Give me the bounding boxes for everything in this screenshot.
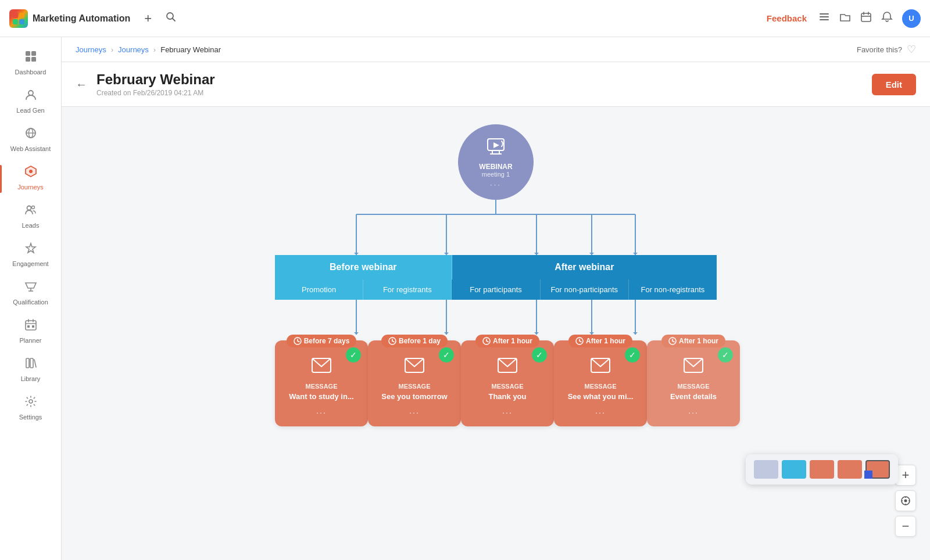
card-timing-label-1: Before 7 days — [304, 337, 350, 345]
journey-card-5[interactable]: ✓ MESSAGE Event details ··· — [647, 340, 740, 426]
card-mail-icon-2 — [404, 357, 425, 378]
sidebar-item-leadgen[interactable]: Lead Gen — [0, 82, 61, 120]
thumb-2 — [782, 460, 806, 479]
card-mail-icon-3 — [497, 357, 518, 378]
webinar-node-dots: ··· — [490, 180, 502, 189]
svg-rect-35 — [30, 358, 33, 368]
breadcrumb-sep-2: › — [153, 45, 156, 54]
journey-card-1[interactable]: ✓ MESSAGE Want to study in... ··· — [275, 340, 368, 426]
webinar-node-label1: WEBINAR — [479, 163, 512, 171]
thumb-3 — [810, 460, 834, 479]
svg-rect-3 — [19, 19, 24, 24]
card-mail-icon-4 — [590, 357, 611, 378]
sidebar-item-dashboard-label: Dashboard — [15, 69, 46, 76]
journey-card-4[interactable]: ✓ MESSAGE See what you mi... ··· — [554, 340, 647, 426]
sidebar-item-library[interactable]: Library — [0, 351, 61, 388]
bell-icon[interactable] — [881, 11, 893, 26]
card-check-5: ✓ — [718, 347, 733, 362]
favorite-area: Favorite this? ♡ — [857, 43, 916, 56]
sidebar-item-qualification[interactable]: Qualification — [0, 274, 61, 311]
thumb-1 — [754, 460, 778, 479]
svg-point-36 — [29, 400, 33, 403]
search-button[interactable] — [163, 9, 178, 27]
favorite-heart-icon[interactable]: ♡ — [907, 43, 916, 56]
user-avatar[interactable]: U — [902, 9, 921, 28]
topbar-right: Feedback — [767, 9, 921, 28]
edit-button[interactable]: Edit — [872, 74, 916, 95]
clock-icon-4 — [575, 337, 584, 345]
topbar-right-icons: U — [818, 9, 921, 28]
journey-card-2[interactable]: ✓ MESSAGE See you tomorrow ··· — [368, 340, 461, 426]
clock-icon-5 — [668, 337, 677, 345]
active-indicator — [0, 165, 2, 193]
zoom-reset-button[interactable] — [895, 490, 916, 511]
svg-rect-1 — [19, 13, 24, 18]
card-mail-icon-1 — [311, 357, 332, 378]
qualification-icon — [24, 280, 37, 296]
card-type-4: MESSAGE — [584, 383, 616, 390]
sidebar-item-dashboard[interactable]: Dashboard — [0, 44, 61, 81]
card-timing-label-5: After 1 hour — [679, 337, 718, 345]
card-wrapper-2: Before 1 day ✓ MESSAGE See you tomorrow — [368, 335, 461, 426]
zoom-in-button[interactable]: + — [895, 465, 916, 486]
back-button[interactable]: ← — [76, 78, 87, 91]
calendar-icon[interactable] — [860, 11, 872, 26]
svg-rect-8 — [820, 19, 829, 20]
svg-rect-32 — [27, 325, 30, 328]
col-sub-nonparticipants: For non-participants — [541, 279, 629, 300]
columns-header-row: Before webinar After webinar — [275, 255, 717, 279]
svg-rect-28 — [26, 321, 36, 330]
svg-rect-7 — [820, 16, 829, 17]
list-icon[interactable] — [818, 11, 830, 26]
page-header-left: ← February Webinar Created on Feb/26/201… — [76, 71, 215, 97]
sidebar-item-engagement[interactable]: Engagement — [0, 236, 61, 273]
sidebar-item-settings[interactable]: Settings — [0, 389, 61, 426]
svg-rect-2 — [13, 19, 18, 24]
columns-sub-row: Promotion For registrants For participan… — [275, 279, 717, 300]
card-type-5: MESSAGE — [677, 383, 709, 390]
card-wrapper-1: Before 7 days ✓ MESSAGE Want to study in… — [275, 335, 368, 426]
add-button[interactable]: + — [142, 9, 154, 28]
planner-icon — [24, 318, 37, 335]
card-wrapper-5: After 1 hour ✓ MESSAGE Event details ··· — [647, 335, 740, 426]
zoom-controls: + − — [895, 465, 916, 537]
svg-line-65 — [298, 341, 299, 342]
sidebar-item-webassistant[interactable]: Web Assistant — [0, 121, 61, 158]
breadcrumb-journeys-link[interactable]: Journeys — [76, 45, 106, 54]
card-title-3: Thank you — [488, 392, 526, 402]
card-title-4: See what you mi... — [568, 392, 634, 402]
topbar-actions: + — [142, 9, 178, 28]
sidebar: Dashboard Lead Gen Web Assistant — [0, 37, 62, 560]
webinar-node[interactable]: WEBINAR meeting 1 ··· — [458, 124, 534, 200]
clock-icon-1 — [294, 337, 302, 345]
sidebar-item-planner-label: Planner — [20, 337, 42, 344]
sidebar-item-journeys[interactable]: Journeys — [0, 159, 61, 196]
svg-marker-25 — [26, 283, 36, 288]
folder-icon[interactable] — [839, 11, 851, 26]
clock-icon-2 — [388, 337, 396, 345]
journey-card-3[interactable]: ✓ MESSAGE Thank you ··· — [461, 340, 554, 426]
svg-point-24 — [31, 206, 34, 209]
breadcrumb-journeys2-link[interactable]: Journeys — [118, 45, 149, 54]
zoom-out-button[interactable]: − — [895, 516, 916, 537]
svg-point-17 — [28, 91, 33, 95]
breadcrumb-bar: Journeys › Journeys › February Webinar F… — [62, 37, 930, 62]
svg-rect-13 — [26, 51, 30, 56]
svg-line-73 — [487, 341, 488, 342]
breadcrumb-sep-1: › — [111, 45, 113, 54]
sidebar-item-leads[interactable]: Leads — [0, 198, 61, 235]
flow-container: WEBINAR meeting 1 ··· — [73, 124, 918, 426]
sidebar-item-planner[interactable]: Planner — [0, 313, 61, 350]
card-timing-1: Before 7 days — [287, 335, 357, 347]
feedback-button[interactable]: Feedback — [767, 13, 807, 23]
sidebar-item-leadgen-label: Lead Gen — [16, 107, 44, 114]
library-icon — [24, 357, 37, 373]
app-name: Marketing Automation — [33, 13, 130, 24]
card-timing-3: After 1 hour — [475, 335, 539, 347]
webassistant-icon — [24, 127, 37, 143]
svg-rect-15 — [26, 57, 30, 62]
card-type-1: MESSAGE — [305, 383, 337, 390]
card-check-2: ✓ — [439, 347, 454, 362]
leads-icon — [24, 203, 37, 220]
cursor-indicator — [864, 471, 872, 479]
